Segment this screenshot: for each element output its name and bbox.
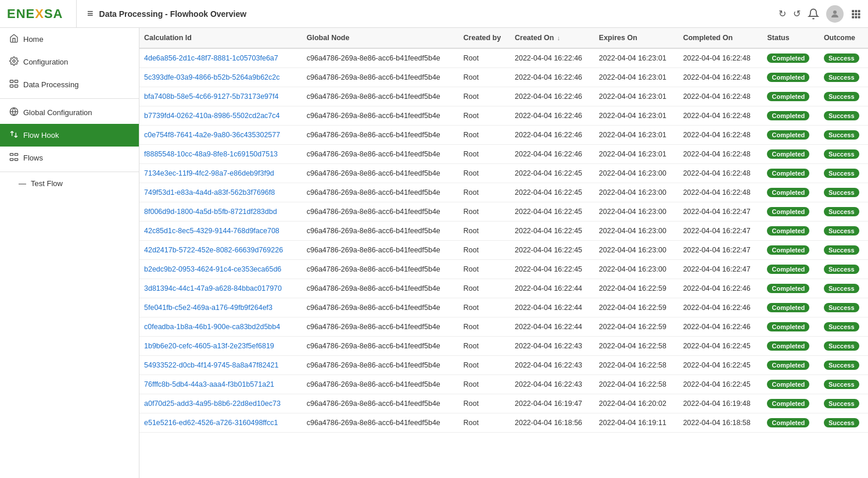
table-row: 42c85d1c-8ec5-4329-9144-768d9face708 c96… (139, 222, 868, 241)
menu-icon[interactable]: ≡ (87, 8, 94, 20)
cell-calc-id[interactable]: 42c85d1c-8ec5-4329-9144-768d9face708 (139, 222, 302, 241)
col-outcome[interactable]: Outcome (819, 28, 868, 48)
col-status[interactable]: Status (762, 28, 819, 48)
cell-outcome: Success (819, 394, 868, 413)
cell-calc-id[interactable]: 3d81394c-44c1-47a9-a628-84bbac017970 (139, 279, 302, 298)
cell-calc-id[interactable]: e51e5216-ed62-4526-a726-3160498ffcc1 (139, 413, 302, 433)
cell-outcome: Success (819, 241, 868, 260)
cell-status: Completed (762, 298, 819, 318)
cell-outcome: Success (819, 413, 868, 433)
refresh-icon-2[interactable]: ↺ (793, 8, 801, 19)
cell-status: Completed (762, 164, 819, 183)
cell-calc-id[interactable]: 54933522-d0cb-4f14-9745-8a8a47f82421 (139, 356, 302, 375)
outcome-badge: Success (824, 322, 859, 331)
cell-outcome: Success (819, 48, 868, 68)
cell-created-on: 2022-04-04 16:22:44 (510, 298, 594, 318)
grid-icon[interactable] (851, 9, 861, 19)
cell-completed-on: 2022-04-04 16:22:47 (679, 222, 763, 241)
status-badge: Completed (767, 399, 809, 408)
col-created-by[interactable]: Created by (459, 28, 510, 48)
table-row: 4de6a856-2d1c-48f7-8881-1c05703fe6a7 c96… (139, 48, 868, 68)
cell-calc-id[interactable]: 5fe041fb-c5e2-469a-a176-49fb9f264ef3 (139, 298, 302, 318)
status-badge: Completed (767, 188, 809, 197)
cell-created-by: Root (459, 68, 510, 87)
svg-rect-6 (858, 13, 860, 15)
table-row: f8885548-10cc-48a9-8fe8-1c69150d7513 c96… (139, 145, 868, 164)
col-created-on[interactable]: Created On ↓ (510, 28, 594, 48)
cell-calc-id[interactable]: c0feadba-1b8a-46b1-900e-ca83bd2d5bb4 (139, 318, 302, 337)
cell-created-by: Root (459, 394, 510, 413)
status-badge: Completed (767, 92, 809, 101)
sidebar-item-home[interactable]: Home (0, 28, 139, 51)
topbar: ENEXSA ≡ Data Processing - Flowhook Over… (0, 0, 868, 28)
sidebar-item-test-flow[interactable]: — Test Flow (0, 174, 139, 192)
cell-global-node: c96a4786-269a-8e86-acc6-b41feedf5b4e (302, 106, 459, 126)
sidebar-item-flows[interactable]: Flows (0, 147, 139, 169)
cell-expires-on: 2022-04-04 16:22:58 (594, 356, 679, 375)
cell-global-node: c96a4786-269a-8e86-acc6-b41feedf5b4e (302, 87, 459, 106)
cell-created-by: Root (459, 375, 510, 394)
cell-global-node: c96a4786-269a-8e86-acc6-b41feedf5b4e (302, 394, 459, 413)
main-layout: Home Configuration Data Processing (0, 28, 868, 478)
status-badge: Completed (767, 380, 809, 389)
cell-completed-on: 2022-04-04 16:22:47 (679, 260, 763, 279)
outcome-badge: Success (824, 169, 859, 178)
cell-expires-on: 2022-04-04 16:23:00 (594, 241, 679, 260)
cell-calc-id[interactable]: 42d2417b-5722-452e-8082-66639d769226 (139, 241, 302, 260)
cell-status: Completed (762, 375, 819, 394)
cell-expires-on: 2022-04-04 16:22:59 (594, 279, 679, 298)
cell-expires-on: 2022-04-04 16:23:01 (594, 145, 679, 164)
sidebar-item-global-configuration[interactable]: Global Configuration (0, 101, 139, 124)
col-completed-on[interactable]: Completed On (679, 28, 763, 48)
cell-calc-id[interactable]: f8885548-10cc-48a9-8fe8-1c69150d7513 (139, 145, 302, 164)
col-global-node[interactable]: Global Node (302, 28, 459, 48)
cell-calc-id[interactable]: bfa7408b-58e5-4c66-9127-5b73173e97f4 (139, 87, 302, 106)
cell-completed-on: 2022-04-04 16:22:48 (679, 106, 763, 126)
sidebar-item-flow-hook[interactable]: Flow Hook (0, 124, 139, 147)
cell-created-on: 2022-04-04 16:22:43 (510, 375, 594, 394)
cell-completed-on: 2022-04-04 16:19:48 (679, 394, 763, 413)
cell-calc-id[interactable]: 7134e3ec-11f9-4fc2-98a7-e86deb9f3f9d (139, 164, 302, 183)
col-calc-id[interactable]: Calculation Id (139, 28, 302, 48)
topbar-actions: ↻ ↺ (779, 5, 861, 23)
cell-completed-on: 2022-04-04 16:22:46 (679, 318, 763, 337)
cell-calc-id[interactable]: 1b9b6e20-cefc-4605-a13f-2e23f5ef6819 (139, 337, 302, 356)
sidebar-item-configuration[interactable]: Configuration (0, 51, 139, 73)
table-header-row: Calculation Id Global Node Created by Cr… (139, 28, 868, 48)
cell-outcome: Success (819, 260, 868, 279)
cell-calc-id[interactable]: 76fffc8b-5db4-44a3-aaa4-f3b01b571a21 (139, 375, 302, 394)
svg-rect-5 (855, 13, 858, 15)
cell-calc-id[interactable]: c0e754f8-7641-4a2e-9a80-36c435302577 (139, 126, 302, 145)
avatar[interactable] (826, 5, 844, 23)
cell-expires-on: 2022-04-04 16:23:01 (594, 48, 679, 68)
table-row: c0e754f8-7641-4a2e-9a80-36c435302577 c96… (139, 126, 868, 145)
cell-global-node: c96a4786-269a-8e86-acc6-b41feedf5b4e (302, 413, 459, 433)
cell-status: Completed (762, 145, 819, 164)
cell-calc-id[interactable]: b2edc9b2-0953-4624-91c4-ce353eca65d6 (139, 260, 302, 279)
cell-global-node: c96a4786-269a-8e86-acc6-b41feedf5b4e (302, 145, 459, 164)
sidebar-item-data-processing[interactable]: Data Processing (0, 73, 139, 96)
bell-icon[interactable] (808, 8, 819, 20)
refresh-icon-1[interactable]: ↻ (779, 8, 786, 19)
cell-outcome: Success (819, 106, 868, 126)
cell-created-on: 2022-04-04 16:22:45 (510, 183, 594, 202)
sidebar-item-configuration-label: Configuration (23, 58, 68, 66)
cell-completed-on: 2022-04-04 16:22:48 (679, 126, 763, 145)
cell-calc-id[interactable]: b7739fd4-0262-410a-8986-5502cd2ac7c4 (139, 106, 302, 126)
outcome-badge: Success (824, 399, 859, 408)
cell-calc-id[interactable]: a0f70d25-add3-4a95-b8b6-22d8ed10ec73 (139, 394, 302, 413)
cell-completed-on: 2022-04-04 16:22:48 (679, 68, 763, 87)
cell-calc-id[interactable]: 8f006d9d-1800-4a5d-b5fb-8721df283dbd (139, 202, 302, 222)
cell-completed-on: 2022-04-04 16:22:47 (679, 241, 763, 260)
col-expires-on[interactable]: Expires On (594, 28, 679, 48)
cell-calc-id[interactable]: 5c393dfe-03a9-4866-b52b-5264a9b62c2c (139, 68, 302, 87)
cell-status: Completed (762, 68, 819, 87)
status-badge: Completed (767, 284, 809, 293)
cell-calc-id[interactable]: 4de6a856-2d1c-48f7-8881-1c05703fe6a7 (139, 48, 302, 68)
cell-calc-id[interactable]: 749f53d1-e83a-4a4d-a83f-562b3f7696f8 (139, 183, 302, 202)
sidebar-item-global-configuration-label: Global Configuration (23, 108, 92, 117)
svg-rect-17 (10, 154, 13, 155)
cell-completed-on: 2022-04-04 16:22:48 (679, 183, 763, 202)
outcome-badge: Success (824, 130, 859, 140)
table-row: 8f006d9d-1800-4a5d-b5fb-8721df283dbd c96… (139, 202, 868, 222)
